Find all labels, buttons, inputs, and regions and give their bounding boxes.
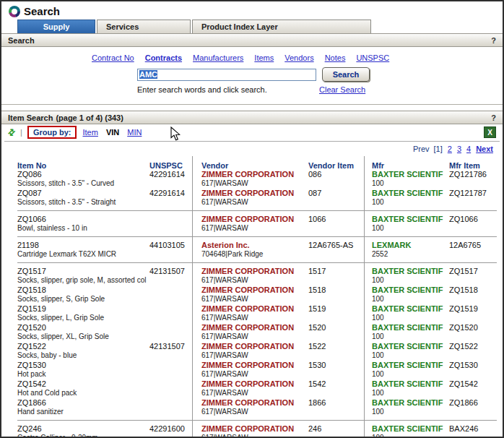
excel-export-icon[interactable]: X <box>484 126 496 138</box>
search-type-link-vendors[interactable]: Vendors <box>284 53 313 62</box>
item-no-value: ZQ1519 <box>17 304 149 314</box>
group-option-min[interactable]: MIN <box>127 128 142 137</box>
unspsc <box>149 398 201 417</box>
vendor: ZIMMER CORPORATION617|WARSAW <box>201 170 308 189</box>
vendor-item-value: 1520 <box>308 323 372 332</box>
item-no: ZQ1522Socks, baby - blue <box>17 342 149 361</box>
mfr-value: BAXTER SCIENTIF <box>372 342 449 351</box>
mfr-subvalue: 100 <box>372 224 449 233</box>
tab-services[interactable]: Services <box>97 20 191 33</box>
item-no-subvalue: Hot and Cold pack <box>17 389 149 398</box>
unspsc: 42291600 <box>149 424 201 438</box>
vendor-value: ZIMMER CORPORATION <box>201 361 308 370</box>
mfr-value: BAXTER SCIENTIF <box>372 424 449 434</box>
mfr: BAXTER SCIENTIF100 <box>372 424 449 438</box>
item-no-value: ZQ1518 <box>17 285 149 295</box>
group-option-item[interactable]: Item <box>82 128 97 137</box>
unspsc-value <box>149 398 201 408</box>
search-input[interactable]: AMC <box>137 69 316 81</box>
vendor-subvalue: 617|WARSAW <box>201 370 308 379</box>
vendor-value: ZIMMER CORPORATION <box>201 398 308 408</box>
mfr-item-value: ZQ1520 <box>449 323 504 332</box>
search-type-link-unspsc[interactable]: UNSPSC <box>356 53 389 62</box>
vendor: ZIMMER CORPORATION617|WARSAW <box>201 398 308 417</box>
unspsc-value: 42291600 <box>149 424 201 434</box>
mfr-item: ZQ121786 <box>449 170 504 189</box>
unspsc <box>149 304 201 323</box>
mfr-value: BAXTER SCIENTIF <box>372 304 449 314</box>
vendor: ZIMMER CORPORATION617|WARSAW <box>201 215 308 233</box>
mfr-value: BAXTER SCIENTIF <box>372 267 449 276</box>
mfr: BAXTER SCIENTIF100 <box>372 170 449 189</box>
vendor: ZIMMER CORPORATION617|WARSAW <box>201 342 308 361</box>
tab-supply[interactable]: Supply <box>17 20 95 33</box>
toolbar-divider: | <box>20 128 22 137</box>
search-type-link-contracts[interactable]: Contracts <box>145 53 182 62</box>
search-type-link-items[interactable]: Items <box>254 53 274 62</box>
table-row: ZQ1519Socks, slipper, L, Grip SoleZIMMER… <box>1 304 503 323</box>
mfr-subvalue: 100 <box>372 179 449 189</box>
vendor: ZIMMER CORPORATION617|WARSAW <box>201 285 308 304</box>
vendor-subvalue: 617|WARSAW <box>201 332 308 342</box>
vendor-item-value: 086 <box>308 170 372 179</box>
mfr-value: BAXTER SCIENTIF <box>372 189 449 198</box>
item-search-help-icon[interactable]: ? <box>491 113 496 122</box>
tab-product-index-layer[interactable]: Product Index Layer <box>192 20 371 33</box>
item-no-value: ZQ1517 <box>17 267 149 276</box>
vendor-item-value: 1866 <box>308 398 372 408</box>
mfr: BAXTER SCIENTIF100 <box>372 215 449 233</box>
help-icon[interactable]: ? <box>491 36 496 45</box>
vendor-value: ZIMMER CORPORATION <box>201 323 308 332</box>
table-row: ZQ1518Socks, slipper, S, Grip SoleZIMMER… <box>1 285 503 304</box>
search-type-link-notes[interactable]: Notes <box>325 53 346 62</box>
mfr-item-value: ZQ121787 <box>449 189 504 198</box>
item-no: ZQ1518Socks, slipper, S, Grip Sole <box>17 285 149 304</box>
search-button[interactable]: Search <box>322 67 370 82</box>
vendor-item: 1530 <box>308 361 372 379</box>
unspsc <box>149 323 201 342</box>
search-type-link-contract-no[interactable]: Contract No <box>92 53 134 62</box>
vendor-item-value: 1522 <box>308 342 372 351</box>
group-option-vin[interactable]: VIN <box>106 128 119 137</box>
vendor-subvalue: 617|WARSAW <box>201 295 308 304</box>
mfr-subvalue: 100 <box>372 389 449 398</box>
vendor-value: ZIMMER CORPORATION <box>201 424 308 434</box>
mfr-item: BAX246 <box>449 424 504 438</box>
item-no-subvalue: Hot pack <box>17 370 149 379</box>
vendor-item-value: 1542 <box>308 379 372 389</box>
mfr-item: ZQ1066 <box>449 215 504 233</box>
pager-next[interactable]: Next <box>476 145 493 153</box>
column-header-unspsc: UNSPSC <box>149 161 201 170</box>
search-section-title: Search <box>8 36 35 45</box>
vendor-item-value: 246 <box>308 424 372 434</box>
mfr: LEXMARK2552 <box>372 241 449 259</box>
mfr-item: ZQ1518 <box>449 285 504 304</box>
clear-search-link[interactable]: Clear Search <box>319 85 365 94</box>
item-no: ZQ086Scissors, stitch - 3.5" - Curved <box>17 170 149 189</box>
column-header-mfr-item: Mfr Item <box>449 161 504 170</box>
group-separator <box>17 236 497 237</box>
vendor-item-value: 1519 <box>308 304 372 314</box>
vendor-subvalue: 617|WARSAW <box>201 408 308 417</box>
refresh-icon[interactable]: ⇄ <box>6 126 18 138</box>
vendor-item: 1517 <box>308 267 372 285</box>
mfr-value: BAXTER SCIENTIF <box>372 323 449 332</box>
unspsc-value <box>149 323 201 332</box>
pager-page-4[interactable]: 4 <box>466 145 471 153</box>
group-separator <box>17 420 497 421</box>
mfr-item-value: ZQ1866 <box>449 398 504 408</box>
vendor-item: 1520 <box>308 323 372 342</box>
mfr-item: ZQ1522 <box>449 342 504 361</box>
pager-page-3[interactable]: 3 <box>457 145 461 153</box>
search-input-selected-text: AMC <box>139 70 157 79</box>
titlebar: Search <box>1 1 503 20</box>
item-no-value: ZQ086 <box>17 170 149 179</box>
unspsc: 42131507 <box>149 342 201 361</box>
mfr-item: 12A6765 <box>449 241 504 259</box>
pager-page-2[interactable]: 2 <box>448 145 452 153</box>
vendor-subvalue: 617|WARSAW <box>201 389 308 398</box>
mfr-item: ZQ1520 <box>449 323 504 342</box>
mfr-subvalue: 100 <box>372 276 449 285</box>
search-type-link-manufacturers[interactable]: Manufacturers <box>193 53 243 62</box>
item-no: ZQ246Castro Calliper - 0-20mm <box>17 424 149 438</box>
